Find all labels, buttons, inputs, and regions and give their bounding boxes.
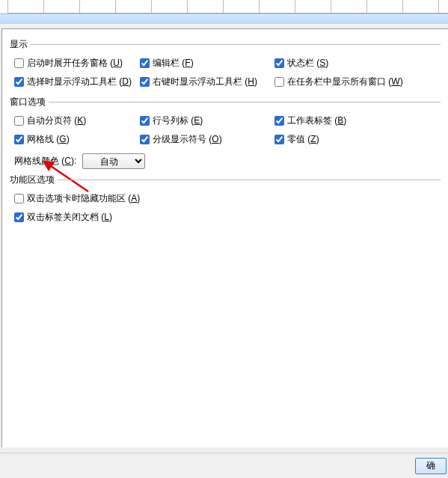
- display-grid: 启动时展开任务窗格 (U) 编辑栏 (F) 状态栏 (S) 选择时显示浮动工具栏…: [10, 55, 441, 91]
- ok-button[interactable]: 确: [415, 458, 447, 474]
- cb-formula-bar[interactable]: 编辑栏 (F): [140, 57, 274, 70]
- cb-label: 分级显示符号 (O): [153, 133, 222, 146]
- cb-select-floatbar-box[interactable]: [14, 77, 24, 87]
- group-display-header: 显示: [10, 38, 441, 51]
- cb-doubleclick-close-doc-box[interactable]: [14, 212, 24, 222]
- group-window-title: 窗口选项: [10, 96, 49, 108]
- cb-select-floatbar[interactable]: 选择时显示浮动工具栏 (D): [14, 76, 140, 88]
- cb-status-bar-box[interactable]: [274, 58, 284, 68]
- cb-outline-symbols[interactable]: 分级显示符号 (O): [140, 133, 274, 146]
- cb-auto-pagebreak-box[interactable]: [14, 116, 24, 126]
- cb-label: 双击标签关闭文档 (L): [27, 211, 112, 224]
- cb-label: 网格线 (G): [27, 133, 70, 146]
- window-grid: 自动分页符 (K) 行号列标 (E) 工作表标签 (B) 网格线 (G) 分级显…: [10, 113, 441, 149]
- group-display-title: 显示: [10, 38, 31, 51]
- options-pane: 显示 启动时展开任务窗格 (U) 编辑栏 (F) 状态栏 (S) 选择时显示浮动…: [1, 28, 448, 447]
- group-display: 显示 启动时展开任务窗格 (U) 编辑栏 (F) 状态栏 (S) 选择时显示浮动…: [10, 38, 441, 91]
- cb-taskbar-windows[interactable]: 在任务栏中显示所有窗口 (W): [274, 76, 424, 88]
- cb-label: 双击选项卡时隐藏功能区 (A): [27, 192, 140, 205]
- group-window-header: 窗口选项: [10, 96, 441, 108]
- cb-formula-bar-box[interactable]: [140, 58, 150, 68]
- group-ribbon-header: 功能区选项: [10, 174, 441, 186]
- ruler-ticks: [7, 0, 448, 13]
- cb-doubleclick-hide-ribbon-box[interactable]: [14, 194, 24, 203]
- cb-startup-taskpane-box[interactable]: [14, 58, 24, 68]
- group-divider: [31, 44, 441, 45]
- cb-startup-taskpane[interactable]: 启动时展开任务窗格 (U): [14, 57, 140, 70]
- cb-status-bar[interactable]: 状态栏 (S): [274, 57, 424, 70]
- cb-label: 启动时展开任务窗格 (U): [27, 57, 123, 70]
- cb-headings-box[interactable]: [140, 116, 150, 126]
- cb-label: 编辑栏 (F): [153, 57, 194, 70]
- cb-doubleclick-close-doc[interactable]: 双击标签关闭文档 (L): [14, 211, 441, 224]
- footer-bar: 确: [0, 453, 448, 478]
- cb-label: 自动分页符 (K): [27, 114, 86, 127]
- gridcolor-label: 网格线颜色 (C):: [14, 155, 76, 168]
- cb-label: 在任务栏中显示所有窗口 (W): [287, 76, 403, 88]
- ruler-area: [0, 0, 448, 24]
- cb-sheet-tabs[interactable]: 工作表标签 (B): [274, 114, 424, 127]
- cb-label: 零值 (Z): [287, 133, 319, 146]
- cb-rightclick-floatbar-box[interactable]: [140, 77, 150, 87]
- cb-auto-pagebreak[interactable]: 自动分页符 (K): [14, 114, 140, 127]
- cb-label: 状态栏 (S): [287, 57, 328, 70]
- group-ribbon: 功能区选项 双击选项卡时隐藏功能区 (A) 双击标签关闭文档 (L): [10, 174, 441, 224]
- cb-sheet-tabs-box[interactable]: [274, 116, 284, 126]
- group-divider: [49, 102, 441, 102]
- cb-label: 工作表标签 (B): [287, 114, 346, 127]
- group-divider: [58, 180, 441, 180]
- cb-gridlines[interactable]: 网格线 (G): [14, 133, 140, 146]
- ribbon-list: 双击选项卡时隐藏功能区 (A) 双击标签关闭文档 (L): [10, 191, 441, 224]
- cb-label: 行号列标 (E): [153, 114, 203, 127]
- cb-rightclick-floatbar[interactable]: 右键时显示浮动工具栏 (H): [140, 76, 274, 88]
- cb-outline-symbols-box[interactable]: [140, 135, 150, 144]
- cb-zero-values[interactable]: 零值 (Z): [274, 133, 424, 146]
- gridcolor-row: 网格线颜色 (C): 自动: [10, 149, 441, 169]
- group-window: 窗口选项 自动分页符 (K) 行号列标 (E) 工作表标签 (B) 网格线 (G…: [10, 96, 441, 169]
- ruler-selection-bar: [0, 13, 448, 24]
- cb-taskbar-windows-box[interactable]: [274, 77, 284, 87]
- cb-zero-values-box[interactable]: [274, 135, 284, 144]
- cb-headings[interactable]: 行号列标 (E): [140, 114, 274, 127]
- cb-label: 选择时显示浮动工具栏 (D): [27, 76, 132, 88]
- group-ribbon-title: 功能区选项: [10, 174, 58, 186]
- gridcolor-combo[interactable]: 自动: [82, 153, 145, 169]
- cb-gridlines-box[interactable]: [14, 135, 24, 144]
- cb-label: 右键时显示浮动工具栏 (H): [153, 76, 257, 88]
- cb-doubleclick-hide-ribbon[interactable]: 双击选项卡时隐藏功能区 (A): [14, 192, 441, 205]
